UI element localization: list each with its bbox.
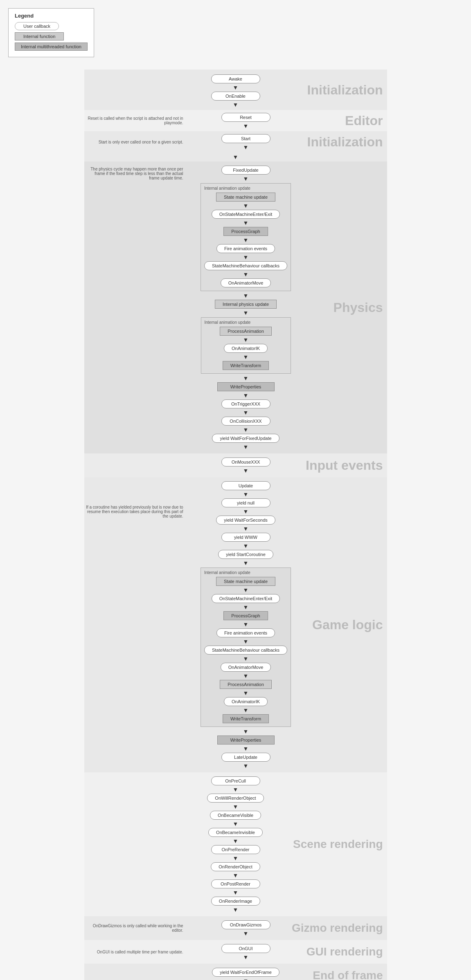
arrow: ▼ [243,673,249,679]
arrow: ▼ [243,526,249,531]
arrow: ▼ [243,491,249,497]
arrow: ▼ [243,656,249,662]
arrow: ▼ [243,639,249,644]
node-fire-anim-gl: Fire animation events [216,628,275,637]
arrow: ▼ [243,560,249,566]
arrow: ▼ [233,855,239,861]
node-onwillrenderobject: OnWillRenderObject [207,794,264,803]
node-fixedupdate: FixedUpdate [221,166,270,175]
node-ondrawgizmos: OnDrawGizmos [221,920,270,929]
node-statemachine-update-1: State machine update [216,193,275,202]
anim-box-2: Internal animation update ProcessAnimati… [201,317,291,374]
node-onanimatorik-gl: OnAnimatorIK [224,697,268,706]
node-onanimatormove-1: OnAnimatorMove [221,278,271,287]
node-yield-startcoroutine: yield StartCoroutine [218,550,273,559]
section-eof: End of frame yield WaitForEndOfFrame ▼ [84,964,387,980]
node-ongui: OnGUI [221,944,270,953]
arrow: ▼ [243,954,249,960]
section-label-scene: Scene rendering [293,838,383,851]
diagram-container: Initialization Awake ▼ OnEnable ▼ Editor… [84,70,387,980]
node-smb-callbacks-1: StateMachineBehaviour callbacks [204,261,287,270]
node-onrenderobject: OnRenderObject [211,862,260,871]
node-processgraph-gl: ProcessGraph [223,611,268,620]
section-init1: Initialization Awake ▼ OnEnable ▼ [84,70,387,110]
node-internal-physics-update: Internal physics update [215,300,277,309]
anim-box-2-label: Internal animation update [205,320,251,325]
arrow: ▼ [233,872,239,878]
arrow: ▼ [243,931,249,936]
arrow: ▼ [243,254,249,260]
node-yield-waitforendofframe: yield WaitForEndOfFrame [212,968,279,977]
arrow: ▼ [243,337,249,343]
arrow: ▼ [243,729,249,734]
node-processanim-phys: ProcessAnimation [220,327,272,336]
section-label-gizmo: Gizmo rendering [292,922,383,935]
legend-user-callback: User callback [15,22,59,30]
node-onanimatormove-gl: OnAnimatorMove [221,663,271,672]
arrow: ▼ [243,707,249,713]
node-onmousexxx: OnMouseXXX [221,457,270,466]
arrow: ▼ [233,907,239,913]
anim-box-gl-label: Internal animation update [204,570,250,575]
arrow: ▼ [243,237,249,243]
section-scenerendering: Scene rendering OnPreCull ▼ OnWillRender… [84,772,387,916]
node-writeprops-phys: WriteProperties [217,382,275,391]
anim-box-gl: Internal animation update State machine … [201,567,291,727]
arrow: ▼ [243,123,249,129]
node-onstatemachine-gl: OnStateMachineEnter/Exit [212,594,280,603]
node-ontriggerxxx: OnTriggerXXX [221,399,270,408]
arrow: ▼ [243,310,249,316]
section-label-gui: GUI rendering [306,945,383,958]
arrow: ▼ [233,85,239,90]
legend-item-mt: Internal multithreaded function [15,43,88,51]
arrow: ▼ [243,392,249,398]
arrow: ▼ [243,144,249,150]
section-label-physics: Physics [334,300,383,315]
section-label-init1: Initialization [307,82,383,97]
section-init2: Initialization Start is only ever called… [84,131,387,152]
gizmo-note: OnDrawGizmos is only called while workin… [84,924,187,933]
arrow: ▼ [243,763,249,769]
node-yield-waitforseconds: yield WaitForSeconds [216,516,275,525]
legend-item-user: User callback [15,22,88,30]
node-yield-www: yield WWW [221,533,270,542]
node-processgraph-1: ProcessGraph [223,227,268,236]
section-gui: GUI rendering OnGUI is called multiple t… [84,940,387,964]
legend-item-internal: Internal function [15,32,88,40]
legend-internal-fn: Internal function [15,32,64,40]
anim-box-1: Internal animation update State machine … [201,183,291,291]
node-onbecamevisible: OnBecameVisible [210,811,261,820]
arrow: ▼ [243,203,249,209]
legend-internal-mt: Internal multithreaded function [15,43,88,51]
legend-box: Legend User callback Internal function I… [8,8,94,57]
node-yield-fixedupdate: yield WaitForFixedUpdate [212,434,279,443]
node-onprecull: OnPreCull [211,776,260,785]
section-editor: Editor Reset is called when the script i… [84,110,387,131]
node-smb-callbacks-gl: StateMachineBehaviour callbacks [204,646,287,655]
arrow: ▼ [233,821,239,827]
arrow: ▼ [233,804,239,810]
arrow: ▼ [243,220,249,226]
editor-note: Reset is called when the script is attac… [84,116,187,125]
physics-note: The physics cycle may happen more than o… [84,165,187,180]
arrow: ▼ [243,690,249,696]
section-label-input: Input events [306,458,383,473]
arrow: ▼ [243,509,249,514]
node-onpostrender: OnPostRender [211,879,260,888]
arrow: ▼ [243,354,249,360]
node-update: Update [221,481,270,490]
section-label-gamelogic: Game logic [312,617,383,632]
arrow: ▼ [243,427,249,433]
node-onrenderimage: OnRenderImage [211,897,260,906]
arrow: ▼ [243,587,249,593]
arrow: ▼ [243,543,249,549]
section-physics: Physics The physics cycle may happen mor… [84,161,387,453]
arrow: ▼ [243,293,249,298]
node-yield-null: yield null [221,498,270,507]
arrow: ▼ [233,102,239,108]
init2-note: Start is only ever called once for a giv… [84,140,187,144]
section-label-init2: Initialization [307,135,383,150]
node-onanimatorik-phys: OnAnimatorIK [224,344,268,353]
node-start: Start [221,134,270,143]
arrow: ▼ [243,410,249,415]
